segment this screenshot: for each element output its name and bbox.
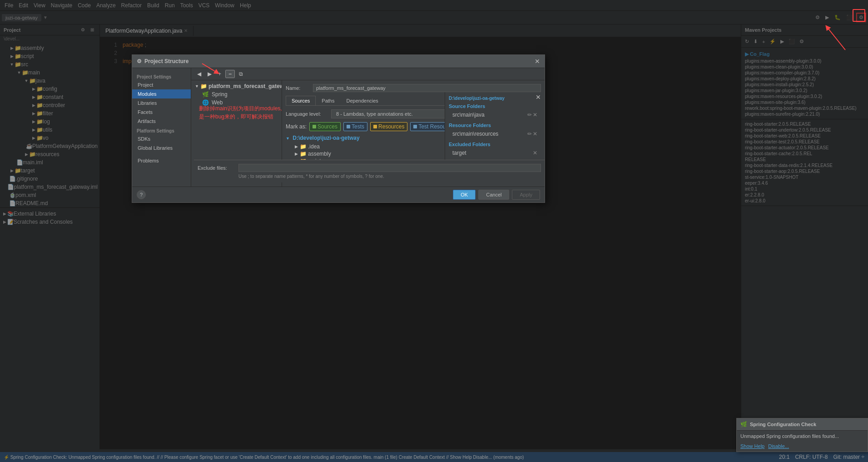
copy-module-btn[interactable]: ⧉ xyxy=(237,70,245,78)
folder-label: .idea xyxy=(308,143,320,150)
exclude-files-input[interactable] xyxy=(282,164,541,172)
resource-path-label: src\main\resources xyxy=(452,131,498,137)
remove-module-btn[interactable]: − xyxy=(225,70,235,78)
svg-line-1 xyxy=(827,27,845,50)
nav-item-artifacts[interactable]: Artifacts xyxy=(132,117,191,126)
remove-source-btn[interactable]: ✕ xyxy=(533,112,537,118)
folder-label: assembly xyxy=(308,151,331,157)
source-folder-java: src\main\java ✏ ✕ xyxy=(449,111,541,119)
spring-popup-links: Show Help Disable... xyxy=(737,442,868,452)
path-display: D:\develop\juzi-oa-getway xyxy=(449,96,541,101)
source-path-label: src\main\java xyxy=(452,112,485,118)
tab-dependencies[interactable]: Dependencies xyxy=(341,96,384,105)
spring-popup-header: 🌿 Spring Configuration Check xyxy=(737,418,868,431)
structure-icon: ⚙ xyxy=(137,58,142,64)
remove-resource-btn[interactable]: ✕ xyxy=(533,131,537,137)
source-folders-header: Source Folders xyxy=(449,103,541,109)
top-right-arrow xyxy=(809,9,854,54)
show-help-link[interactable]: Show Help xyxy=(740,443,764,449)
dialog-toolbar: ◀ ▶ + − ⧉ xyxy=(191,68,545,80)
module-tree-root-label: platform_ms_forecast_gateway xyxy=(208,83,282,89)
mark-as-tests-btn[interactable]: Tests xyxy=(343,122,367,131)
mark-as-label: Mark as: xyxy=(286,123,307,130)
tab-sources[interactable]: Sources xyxy=(286,96,316,105)
ide-background: File Edit View Navigate Code Analyze Ref… xyxy=(0,0,868,462)
edit-resource-btn[interactable]: ✏ xyxy=(527,131,532,137)
resources-color-icon xyxy=(373,125,377,128)
name-input[interactable] xyxy=(313,84,541,92)
corner-highlight-box xyxy=(853,9,865,22)
spring-popup-title: Spring Configuration Check xyxy=(750,422,816,427)
exclude-files-hint: Use ; to separate name patterns, * for a… xyxy=(282,174,541,179)
apply-btn[interactable]: Apply xyxy=(512,190,540,200)
close-path-btn[interactable]: ✕ xyxy=(536,93,541,101)
lang-level-label: Language level: xyxy=(286,111,331,117)
spring-popup-content: Unmapped Spring configuration files foun… xyxy=(737,431,868,442)
dialog-content: ◀ ▶ + − ⧉ ▼ 📁 platform_ms_forecast_gatew… xyxy=(191,68,545,187)
dialog-split: ▼ 📁 platform_ms_forecast_gateway 🌿 Sprin… xyxy=(191,80,545,187)
dialog-footer: ? OK Cancel Apply xyxy=(132,187,545,202)
nav-item-problems[interactable]: Problems xyxy=(132,156,191,165)
footer-left: ? xyxy=(137,190,146,199)
nav-item-facets[interactable]: Facets xyxy=(132,108,191,117)
disable-link[interactable]: Disable... xyxy=(768,443,789,449)
nav-section-platform-settings: Platform Settings xyxy=(132,126,191,134)
ok-btn[interactable]: OK xyxy=(453,190,476,200)
help-btn[interactable]: ? xyxy=(137,190,146,199)
tests-color-icon xyxy=(347,125,350,128)
mark-as-resources-btn[interactable]: Resources xyxy=(370,122,407,131)
excluded-folder-target: target ✕ xyxy=(449,149,541,157)
excluded-path-label: target xyxy=(452,150,466,156)
spring-config-popup: 🌿 Spring Configuration Check Unmapped Sp… xyxy=(736,418,868,452)
dialog-close-btn[interactable]: ✕ xyxy=(535,58,540,65)
folder-expand-icon: ▼ xyxy=(286,136,290,141)
folder-arrow-icon: ▶ xyxy=(295,152,298,156)
name-row: Name: xyxy=(286,84,541,92)
spring-icon: 🌿 xyxy=(740,421,747,428)
annotation-text: 删除掉main识别为项目的modules,是一种bug来的，即可解决报错 xyxy=(199,104,282,121)
resource-folder: src\main\resources ✏ ✕ xyxy=(449,130,541,138)
edit-source-btn[interactable]: ✏ xyxy=(527,112,532,118)
nav-item-sdks[interactable]: SDKs xyxy=(132,134,191,143)
sources-color-icon xyxy=(312,125,316,128)
cancel-btn[interactable]: Cancel xyxy=(478,190,509,200)
footer-right: OK Cancel Apply xyxy=(453,190,540,200)
folder-arrow-icon: ▶ xyxy=(295,144,298,149)
remove-excluded-btn[interactable]: ✕ xyxy=(533,150,537,156)
nav-item-global-libraries[interactable]: Global Libraries xyxy=(132,143,191,152)
mark-as-sources-btn[interactable]: Sources xyxy=(309,122,341,131)
module-details: Name: Sources Paths Dependencies Languag… xyxy=(282,80,545,187)
name-label: Name: xyxy=(286,85,313,91)
nav-item-libraries[interactable]: Libraries xyxy=(132,98,191,108)
folder-icon: 📁 xyxy=(300,143,307,150)
tab-paths[interactable]: Paths xyxy=(316,96,340,105)
folder-icon: 📁 xyxy=(300,151,307,157)
excluded-folders-header: Excluded Folders xyxy=(449,142,541,147)
svg-line-0 xyxy=(202,64,217,73)
resource-folders-header: Resource Folders xyxy=(449,123,541,128)
annotation-arrow xyxy=(164,59,218,95)
test-resources-color-icon xyxy=(413,125,417,128)
